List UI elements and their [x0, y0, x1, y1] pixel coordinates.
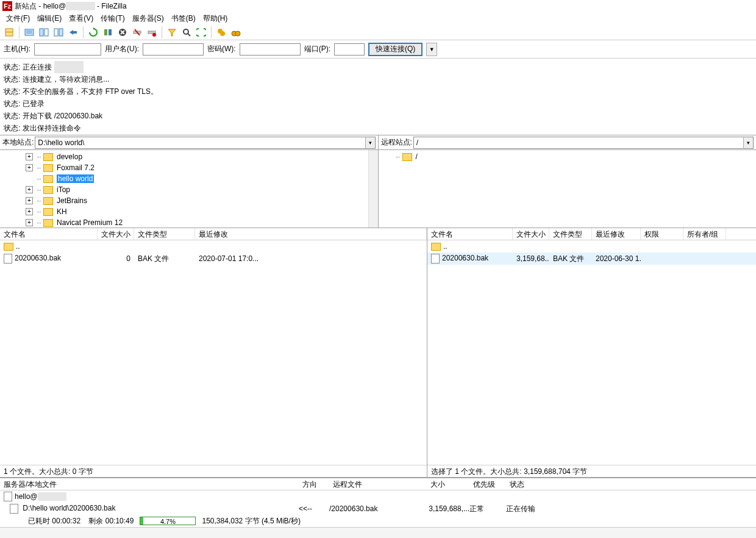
- menu-edit[interactable]: 编辑(E): [35, 13, 64, 24]
- column-header[interactable]: 最近修改: [195, 228, 427, 240]
- tree-node[interactable]: ···hello world: [0, 173, 378, 184]
- column-header[interactable]: 文件类型: [134, 228, 195, 240]
- tree-node[interactable]: +···iTop: [0, 184, 378, 195]
- log-tag: 状态: [4, 98, 20, 110]
- remote-list: 文件名文件大小文件类型最近修改权限所有者/组 ..20200630.bak3,1…: [427, 228, 756, 477]
- tree-node[interactable]: +···Foxmail 7.2: [0, 162, 378, 173]
- quickconnect-bar: 主机(H): 用户名(U): 密码(W): 端口(P): 快速连接(Q) ▼: [0, 40, 756, 59]
- column-header[interactable]: 方向: [299, 478, 329, 490]
- menu-file[interactable]: 文件(F): [4, 13, 32, 24]
- queue-status: 正在传输: [506, 504, 535, 514]
- trees-row: +···develop+···Foxmail 7.2···hello world…: [0, 150, 756, 228]
- expand-icon[interactable]: +: [26, 153, 33, 160]
- title-site: 新站点: [15, 1, 37, 12]
- reconnect-icon[interactable]: [145, 26, 159, 39]
- toolbar: [0, 24, 756, 40]
- expand-icon[interactable]: +: [26, 197, 33, 204]
- remote-site-input[interactable]: [414, 137, 743, 148]
- scrollbar[interactable]: [368, 150, 378, 228]
- column-header[interactable]: 状态: [506, 478, 628, 490]
- quickconnect-dropdown[interactable]: ▼: [426, 43, 437, 56]
- file-row[interactable]: ..: [427, 240, 756, 253]
- disconnect-icon[interactable]: [130, 26, 144, 39]
- column-header[interactable]: 文件大小: [513, 228, 549, 240]
- sync-browse-icon[interactable]: [215, 26, 228, 39]
- queue-prio: 正常: [469, 504, 506, 514]
- remote-tree[interactable]: ···/: [379, 150, 757, 228]
- toggle-local-tree-icon[interactable]: [37, 26, 51, 39]
- log-msg: 发出保持连接命令: [23, 122, 81, 134]
- local-site-combo[interactable]: ▾: [35, 137, 375, 149]
- folder-icon: [43, 186, 53, 194]
- svg-rect-5: [40, 29, 43, 36]
- expand-icon[interactable]: +: [26, 219, 33, 226]
- tree-node[interactable]: +···Navicat Premium 12: [0, 217, 378, 228]
- local-site-input[interactable]: [35, 137, 365, 148]
- column-header[interactable]: 大小: [427, 478, 469, 490]
- log-blur: [54, 61, 83, 73]
- log-msg: 开始下载 /20200630.bak: [23, 110, 102, 122]
- file-row[interactable]: 20200630.bak3,159,68...BAK 文件2020-06-30 …: [427, 253, 756, 265]
- quickconnect-button[interactable]: 快速连接(Q): [368, 43, 423, 56]
- pass-label: 密码(W):: [207, 44, 236, 54]
- column-header[interactable]: 文件类型: [549, 228, 592, 240]
- column-header[interactable]: 所有者/组: [683, 228, 726, 240]
- toggle-remote-tree-icon[interactable]: [52, 26, 65, 39]
- menu-view[interactable]: 查看(V): [66, 13, 96, 24]
- folder-icon: [402, 153, 412, 161]
- refresh-icon[interactable]: [87, 26, 100, 39]
- remote-site-combo[interactable]: ▾: [413, 137, 754, 149]
- folder-icon: [43, 208, 53, 216]
- cancel-icon[interactable]: [116, 26, 129, 39]
- menu-server[interactable]: 服务器(S): [130, 13, 166, 24]
- search-icon[interactable]: [180, 26, 193, 39]
- expand-icon[interactable]: +: [26, 208, 33, 215]
- file-row[interactable]: ..: [0, 240, 427, 253]
- tree-label: /: [416, 152, 418, 161]
- queue-server: hello@: [15, 492, 38, 501]
- column-header[interactable]: 优先级: [469, 478, 506, 490]
- expand-icon[interactable]: +: [26, 164, 33, 171]
- column-header[interactable]: 文件名: [427, 228, 513, 240]
- queue-server-row[interactable]: hello@: [0, 490, 756, 503]
- column-header[interactable]: 文件名: [0, 228, 98, 240]
- local-tree[interactable]: +···develop+···Foxmail 7.2···hello world…: [0, 150, 379, 228]
- tree-node[interactable]: +···JetBrains: [0, 195, 378, 206]
- menu-help[interactable]: 帮助(H): [201, 13, 230, 24]
- queue-file-row[interactable]: D:\hello world\20200630.bak <<-- /202006…: [0, 503, 756, 515]
- host-input[interactable]: [34, 43, 101, 56]
- binoculars-icon[interactable]: [229, 26, 243, 39]
- port-input[interactable]: [334, 43, 365, 56]
- menu-transfer[interactable]: 传输(T): [98, 13, 127, 24]
- local-site-label: 本地站点:: [2, 137, 34, 148]
- chevron-down-icon[interactable]: ▾: [365, 137, 375, 148]
- site-manager-icon[interactable]: [2, 26, 16, 39]
- menu-bookmarks[interactable]: 书签(B): [169, 13, 198, 24]
- folder-icon: [43, 153, 53, 161]
- tree-label: iTop: [57, 185, 70, 194]
- tree-node[interactable]: +···develop: [0, 151, 378, 162]
- folder-icon: [43, 175, 53, 183]
- svg-point-23: [235, 31, 240, 36]
- column-header[interactable]: 最近修改: [592, 228, 641, 240]
- process-queue-icon[interactable]: [101, 26, 115, 39]
- toggle-queue-icon[interactable]: [66, 26, 80, 39]
- tree-label: Foxmail 7.2: [57, 163, 94, 172]
- column-header[interactable]: 权限: [641, 228, 683, 240]
- user-input[interactable]: [143, 43, 204, 56]
- file-row[interactable]: 20200630.bak0BAK 文件2020-07-01 17:0...: [0, 253, 427, 265]
- pass-input[interactable]: [240, 43, 301, 56]
- chevron-down-icon[interactable]: ▾: [743, 137, 753, 148]
- column-header[interactable]: 服务器/本地文件: [0, 478, 299, 490]
- tree-node[interactable]: ···/: [385, 151, 757, 162]
- column-header[interactable]: 远程文件: [329, 478, 427, 490]
- toggle-log-icon[interactable]: [23, 26, 36, 39]
- log-pane[interactable]: 状态正在连接 状态连接建立，等待欢迎消息...状态不安全的服务器，不支持 FTP…: [0, 59, 756, 135]
- local-status: 1 个文件。大小总共: 0 字节: [0, 465, 427, 477]
- expand-icon[interactable]: +: [26, 186, 33, 193]
- remote-status: 选择了 1 个文件。大小总共: 3,159,688,704 字节: [427, 465, 756, 477]
- compare-icon[interactable]: [194, 26, 208, 39]
- column-header[interactable]: 文件大小: [98, 228, 134, 240]
- filter-icon[interactable]: [165, 26, 179, 39]
- tree-node[interactable]: +···KH: [0, 206, 378, 217]
